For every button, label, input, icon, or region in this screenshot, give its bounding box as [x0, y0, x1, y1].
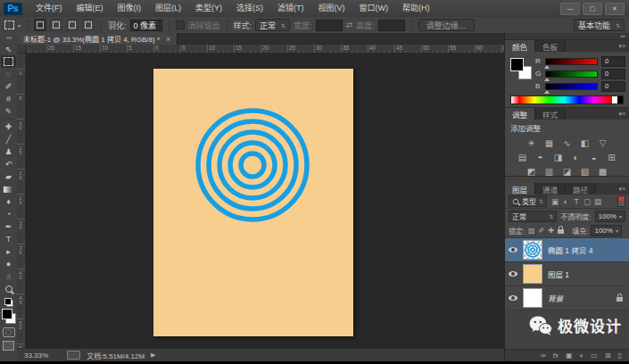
menu-window[interactable]: 窗口(W): [352, 0, 396, 17]
anti-alias-checkbox[interactable]: [176, 21, 185, 29]
default-colors-icon[interactable]: [4, 298, 13, 307]
menu-file[interactable]: 文件(F): [29, 0, 70, 17]
brush-tool[interactable]: ╱: [1, 133, 16, 145]
dodge-tool[interactable]: ◔: [1, 208, 16, 220]
new-group-icon[interactable]: ▭: [591, 352, 598, 360]
layer-thumbnail[interactable]: [523, 288, 542, 308]
hue-saturation-icon[interactable]: ▤: [517, 153, 528, 162]
opacity-value[interactable]: 100% ▾: [595, 211, 625, 222]
exposure-icon[interactable]: ◧: [579, 138, 591, 148]
intersect-selection-icon[interactable]: [82, 19, 95, 31]
vibrance-icon[interactable]: ▽: [597, 138, 608, 148]
menu-select[interactable]: 选择(S): [229, 0, 270, 17]
menu-view[interactable]: 视图(V): [311, 0, 352, 17]
close-button[interactable]: ✕: [605, 3, 625, 15]
new-selection-icon[interactable]: [34, 19, 46, 31]
filter-adjustment-layers-icon[interactable]: ◐: [561, 197, 570, 206]
crop-tool[interactable]: #: [1, 93, 16, 105]
clone-stamp-tool[interactable]: ♟: [1, 145, 16, 158]
curves-icon[interactable]: ∿: [561, 138, 573, 148]
g-value-field[interactable]: 0: [601, 69, 625, 79]
panel-menu-icon[interactable]: ▾≡: [615, 108, 629, 120]
maximize-button[interactable]: ▢: [583, 3, 602, 15]
feather-input[interactable]: 0 像素: [130, 20, 162, 31]
document-canvas[interactable]: [153, 69, 353, 336]
menu-help[interactable]: 帮助(H): [395, 0, 437, 17]
lock-all-icon[interactable]: [558, 229, 564, 234]
document-tab[interactable]: 未标题-1 @ 33.3%(椭圆 1 拷贝 4, RGB/8) * ×: [17, 33, 178, 45]
hand-tool[interactable]: ☝: [1, 270, 16, 283]
workspace-dropdown[interactable]: 基本功能 ⇅: [574, 19, 625, 31]
add-to-selection-icon[interactable]: [50, 19, 62, 31]
b-value-field[interactable]: 0: [601, 81, 625, 92]
eye-icon[interactable]: [509, 247, 517, 252]
photo-filter-icon[interactable]: ◐: [570, 153, 582, 162]
menu-edit[interactable]: 编辑(E): [70, 0, 111, 17]
collapse-panels-icon[interactable]: ▸▸: [505, 33, 629, 40]
tab-swatches[interactable]: 色板: [535, 40, 566, 52]
style-dropdown[interactable]: 正常 ⇅: [255, 19, 290, 31]
type-tool[interactable]: T: [1, 233, 16, 245]
visibility-cell[interactable]: [505, 247, 521, 252]
blur-tool[interactable]: ♦: [1, 195, 16, 208]
posterize-icon[interactable]: ▥: [543, 167, 555, 177]
foreground-color-swatch[interactable]: [2, 309, 12, 319]
lasso-tool[interactable]: ◌: [1, 68, 16, 80]
new-adjustment-layer-icon[interactable]: ◐: [579, 352, 583, 360]
panel-menu-icon[interactable]: ▾≡: [615, 183, 629, 194]
visibility-cell[interactable]: [505, 295, 521, 301]
eraser-tool[interactable]: ▰: [1, 170, 16, 183]
tab-close-icon[interactable]: ×: [166, 35, 170, 44]
channel-mixer-icon[interactable]: ◒: [588, 153, 600, 162]
filter-kind-dropdown[interactable]: 类型 ⇅: [509, 195, 547, 207]
layer-style-icon[interactable]: fx: [553, 352, 559, 360]
ellipse-tool[interactable]: ●: [1, 258, 16, 270]
lock-transparent-pixels-icon[interactable]: ▨: [527, 227, 535, 235]
foreground-background-swatches[interactable]: [2, 309, 16, 324]
tab-color[interactable]: 颜色: [505, 40, 535, 52]
layer-row[interactable]: 图层 1: [505, 262, 629, 286]
blend-mode-dropdown[interactable]: 正常 ⇅: [509, 211, 557, 222]
zoom-tool[interactable]: [1, 283, 16, 295]
visibility-cell[interactable]: [505, 271, 521, 277]
menu-filter[interactable]: 滤镜(T): [270, 0, 311, 17]
menu-layer[interactable]: 图层(L): [148, 0, 188, 17]
menu-type[interactable]: 类型(Y): [188, 0, 229, 17]
tab-paths[interactable]: 路径: [566, 183, 596, 194]
gradient-map-icon[interactable]: ▩: [597, 167, 608, 177]
slider-thumb-icon[interactable]: [544, 65, 550, 69]
threshold-icon[interactable]: ◪: [561, 167, 573, 177]
r-slider[interactable]: [545, 58, 598, 65]
spectrum-black-swatch[interactable]: [617, 96, 623, 103]
layer-row[interactable]: 椭圆 1 拷贝 4: [505, 238, 629, 262]
add-layer-mask-icon[interactable]: ▣: [566, 352, 573, 360]
lock-image-pixels-icon[interactable]: ✐: [537, 227, 545, 235]
screen-mode-icon[interactable]: [3, 341, 14, 351]
marquee-tool-preset-icon[interactable]: [4, 21, 14, 29]
quick-mask-mode-icon[interactable]: [3, 327, 15, 337]
slider-thumb-icon[interactable]: [544, 78, 550, 81]
fill-value[interactable]: 100% ▾: [591, 225, 621, 236]
path-selection-tool[interactable]: ▸: [1, 245, 16, 258]
link-layers-icon[interactable]: ∞: [541, 352, 546, 360]
new-layer-icon[interactable]: ⊞: [605, 352, 611, 360]
filter-shape-layers-icon[interactable]: ▢: [583, 197, 592, 206]
filter-pixel-layers-icon[interactable]: ▣: [550, 197, 559, 206]
refine-edge-button[interactable]: 调整边缘…: [418, 19, 475, 31]
eye-icon[interactable]: [509, 295, 517, 301]
tool-preset-arrow-icon[interactable]: ▾: [18, 22, 21, 29]
invert-icon[interactable]: ◩: [526, 167, 537, 177]
zoom-level[interactable]: 33.33%: [24, 352, 48, 360]
ruler-corner[interactable]: [17, 45, 26, 54]
slider-thumb-icon[interactable]: [544, 90, 550, 94]
collapse-tools-icon[interactable]: ◂◂: [5, 33, 11, 43]
filter-type-layers-icon[interactable]: T: [572, 197, 581, 206]
history-brush-tool[interactable]: ↶: [1, 158, 16, 170]
rectangular-marquee-tool[interactable]: [1, 55, 16, 68]
spectrum-gradient[interactable]: [511, 96, 612, 103]
vertical-ruler[interactable]: 0510152025303540455055: [17, 54, 26, 348]
g-slider[interactable]: [545, 70, 598, 78]
tab-styles[interactable]: 样式: [535, 108, 566, 120]
levels-icon[interactable]: ▦: [543, 138, 555, 148]
color-panel-swatches[interactable]: [510, 58, 532, 79]
